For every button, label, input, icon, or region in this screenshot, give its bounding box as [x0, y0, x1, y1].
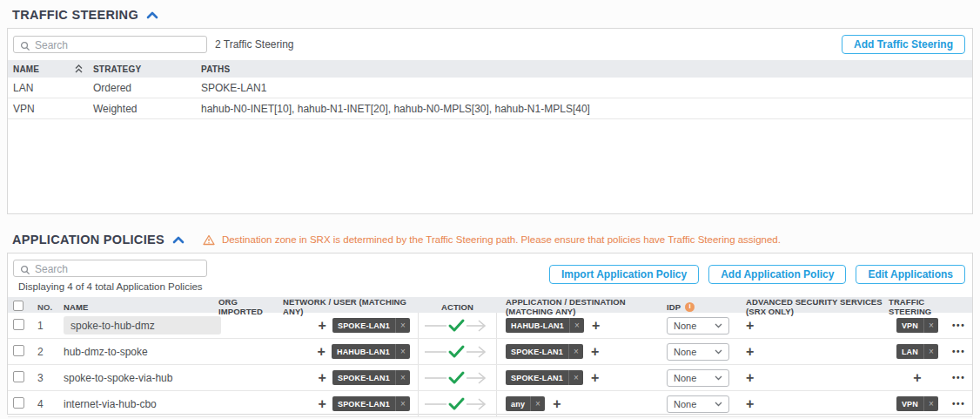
- table-row[interactable]: VPN Weighted hahub-N0-INET[10], hahub-N1…: [8, 98, 972, 119]
- chevron-down-icon: [715, 323, 722, 328]
- close-icon[interactable]: ×: [923, 396, 938, 411]
- add-security-service-icon[interactable]: +: [746, 372, 754, 384]
- table-row[interactable]: 3 spoke-to-spoke-via-hub + SPOKE-LAN1 × …: [8, 365, 972, 391]
- column-org-imported: ORG IMPORTED: [217, 297, 276, 316]
- close-icon[interactable]: ×: [530, 396, 545, 411]
- close-icon[interactable]: ×: [923, 344, 938, 359]
- add-app-dest-icon[interactable]: +: [591, 346, 599, 358]
- add-security-service-icon[interactable]: +: [746, 398, 754, 410]
- row-checkbox[interactable]: [13, 345, 24, 356]
- ts-row-paths: SPOKE-LAN1: [196, 82, 972, 94]
- network-chip[interactable]: SPOKE-LAN1 ×: [332, 396, 410, 411]
- sort-icon[interactable]: [75, 64, 83, 73]
- idp-select[interactable]: None: [667, 395, 729, 413]
- row-checkbox[interactable]: [13, 397, 24, 409]
- row-menu-icon[interactable]: •••: [952, 399, 965, 409]
- traffic-steering-toolbar: 2 Traffic Steering Add Traffic Steering: [8, 29, 972, 60]
- application-policies-panel: Import Application Policy Add Applicatio…: [7, 253, 973, 415]
- add-traffic-steering-icon[interactable]: +: [913, 372, 921, 384]
- ts-row-name: VPN: [8, 103, 88, 115]
- close-icon[interactable]: ×: [395, 370, 410, 385]
- policy-name[interactable]: internet-via-hub-cbo: [57, 398, 217, 410]
- table-row[interactable]: 1 spoke-to-hub-dmz + SPOKE-LAN1 × HAHUB-…: [8, 313, 972, 339]
- info-icon[interactable]: i: [685, 302, 695, 312]
- search-input[interactable]: [14, 37, 206, 53]
- add-network-icon[interactable]: +: [319, 398, 326, 410]
- close-icon[interactable]: ×: [395, 318, 410, 333]
- add-security-service-icon[interactable]: +: [746, 346, 754, 358]
- traffic-steering-chip[interactable]: VPN ×: [896, 318, 938, 333]
- application-policies-table-header: NO. NAME ORG IMPORTED NETWORK / USER (MA…: [8, 297, 972, 313]
- row-menu-icon[interactable]: •••: [952, 373, 965, 382]
- traffic-steering-search[interactable]: [13, 36, 207, 53]
- application-policies-search[interactable]: [13, 260, 207, 277]
- row-menu-icon[interactable]: •••: [952, 321, 965, 330]
- column-paths: PATHS: [196, 64, 972, 74]
- close-icon[interactable]: ×: [923, 318, 938, 333]
- application-policies-section-header: APPLICATION POLICIES Destination zone in…: [0, 231, 980, 253]
- application-policies-toolbar: Import Application Policy Add Applicatio…: [8, 253, 972, 297]
- add-network-icon[interactable]: +: [319, 372, 326, 384]
- action-allow-indicator[interactable]: [418, 313, 497, 338]
- close-icon[interactable]: ×: [395, 396, 410, 411]
- policy-name[interactable]: hub-dmz-to-spoke: [57, 346, 217, 358]
- search-input[interactable]: [14, 261, 206, 277]
- action-allow-indicator[interactable]: [418, 339, 497, 364]
- close-icon[interactable]: ×: [568, 344, 583, 359]
- column-idp: IDP: [667, 302, 681, 312]
- application-policies-title: APPLICATION POLICIES: [12, 233, 164, 247]
- select-all-checkbox[interactable]: [13, 301, 23, 311]
- close-icon[interactable]: ×: [395, 344, 410, 359]
- add-traffic-steering-button[interactable]: Add Traffic Steering: [842, 35, 965, 54]
- chevron-up-icon[interactable]: [172, 236, 185, 244]
- add-security-service-icon[interactable]: +: [746, 320, 754, 332]
- row-menu-icon[interactable]: •••: [952, 347, 965, 356]
- add-network-icon[interactable]: +: [319, 320, 326, 332]
- ts-row-strategy: Ordered: [88, 82, 196, 94]
- edit-applications-button[interactable]: Edit Applications: [856, 265, 965, 284]
- idp-select[interactable]: None: [667, 343, 729, 361]
- add-app-dest-icon[interactable]: +: [592, 320, 600, 332]
- app-dest-chip[interactable]: any ×: [506, 396, 545, 411]
- search-icon: [20, 263, 30, 279]
- close-icon[interactable]: ×: [569, 318, 584, 333]
- network-chip[interactable]: SPOKE-LAN1 ×: [332, 370, 410, 385]
- action-allow-indicator[interactable]: [418, 391, 497, 416]
- table-row[interactable]: 2 hub-dmz-to-spoke + HAHUB-LAN1 × SPOKE-…: [8, 339, 972, 365]
- network-chip[interactable]: SPOKE-LAN1 ×: [332, 318, 410, 333]
- import-application-policy-button[interactable]: Import Application Policy: [549, 265, 699, 284]
- network-chip[interactable]: HAHUB-LAN1 ×: [332, 344, 410, 359]
- app-dest-chip[interactable]: SPOKE-LAN1 ×: [506, 344, 583, 359]
- policy-name-input[interactable]: spoke-to-hub-dmz: [64, 316, 221, 335]
- table-row[interactable]: LAN Ordered SPOKE-LAN1: [8, 78, 972, 98]
- idp-select[interactable]: None: [667, 369, 729, 387]
- app-dest-chip[interactable]: SPOKE-LAN1 ×: [506, 370, 583, 385]
- close-icon[interactable]: ×: [568, 370, 583, 385]
- warning-icon: [203, 234, 215, 246]
- app-dest-chip[interactable]: HAHUB-LAN1 ×: [506, 318, 584, 333]
- add-network-icon[interactable]: +: [318, 346, 326, 358]
- add-app-dest-icon[interactable]: +: [553, 398, 560, 410]
- policy-name[interactable]: spoke-to-spoke-via-hub: [57, 372, 217, 384]
- column-name: NAME: [57, 302, 217, 312]
- row-checkbox[interactable]: [13, 371, 24, 382]
- row-checkbox[interactable]: [13, 319, 24, 330]
- traffic-steering-count: 2 Traffic Steering: [215, 38, 294, 51]
- idp-select[interactable]: None: [667, 317, 729, 335]
- traffic-steering-chip[interactable]: LAN ×: [896, 344, 938, 359]
- column-network-user: NETWORK / USER (MATCHING ANY): [276, 297, 418, 316]
- column-application-destination: APPLICATION / DESTINATION (MATCHING ANY): [497, 297, 658, 316]
- row-number: 2: [30, 346, 57, 358]
- column-name: NAME: [13, 64, 39, 74]
- traffic-steering-title: TRAFFIC STEERING: [12, 8, 138, 22]
- chevron-up-icon[interactable]: [146, 11, 158, 19]
- traffic-steering-section-header: TRAFFIC STEERING: [0, 6, 980, 28]
- traffic-steering-chip[interactable]: VPN ×: [896, 396, 938, 411]
- column-advanced-security: ADVANCED SECURITY SERVICES (SRX ONLY): [736, 297, 883, 316]
- add-app-dest-icon[interactable]: +: [591, 372, 599, 384]
- action-allow-indicator[interactable]: [418, 365, 497, 390]
- add-application-policy-button[interactable]: Add Application Policy: [708, 265, 846, 284]
- warning-text: Destination zone in SRX is determined by…: [222, 234, 781, 245]
- ts-row-paths: hahub-N0-INET[10], hahub-N1-INET[20], ha…: [196, 103, 972, 115]
- table-row[interactable]: 4 internet-via-hub-cbo + SPOKE-LAN1 × an…: [8, 391, 972, 417]
